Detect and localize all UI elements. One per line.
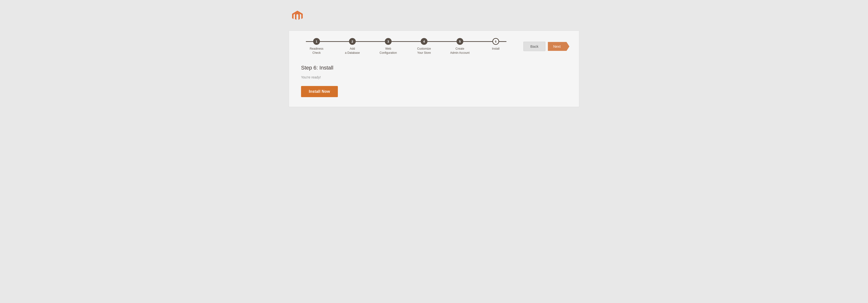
step-circle-2: 2 xyxy=(349,38,356,45)
content-area: Step 6: Install You're ready! Install No… xyxy=(299,65,569,97)
step-label-2: Adda Database xyxy=(345,47,360,55)
next-button[interactable]: Next xyxy=(548,42,569,51)
step-label-4: CustomizeYour Store xyxy=(417,47,431,55)
step-circle-6: 6 xyxy=(492,38,499,45)
main-card: 1 ReadinessCheck 2 Adda Database 3 WebCo… xyxy=(289,31,579,107)
step-heading: Step 6: Install xyxy=(301,65,569,71)
magento-logo xyxy=(291,10,304,22)
step-label-6: Install xyxy=(492,47,499,51)
nav-buttons: Back Next xyxy=(523,42,569,51)
step-circle-1: 1 xyxy=(313,38,320,45)
step-label-5: CreateAdmin Account xyxy=(450,47,470,55)
step-item-1[interactable]: 1 ReadinessCheck xyxy=(299,38,335,55)
page-wrapper: 1 ReadinessCheck 2 Adda Database 3 WebCo… xyxy=(289,10,579,107)
step-label-3: WebConfiguration xyxy=(379,47,397,55)
step-item-2[interactable]: 2 Adda Database xyxy=(335,38,370,55)
step-circle-4: 4 xyxy=(421,38,428,45)
install-now-button[interactable]: Install Now xyxy=(301,86,338,97)
step-label-1: ReadinessCheck xyxy=(310,47,323,55)
ready-text: You're ready! xyxy=(301,75,569,79)
step-circle-3: 3 xyxy=(385,38,392,45)
step-item-4[interactable]: 4 CustomizeYour Store xyxy=(406,38,442,55)
stepper-row: 1 ReadinessCheck 2 Adda Database 3 WebCo… xyxy=(299,38,569,55)
step-item-5[interactable]: 5 CreateAdmin Account xyxy=(442,38,478,55)
logo-area xyxy=(289,10,579,23)
back-button[interactable]: Back xyxy=(523,42,546,51)
stepper: 1 ReadinessCheck 2 Adda Database 3 WebCo… xyxy=(299,38,514,55)
step-item-3[interactable]: 3 WebConfiguration xyxy=(370,38,406,55)
step-circle-5: 5 xyxy=(457,38,463,45)
step-item-6[interactable]: 6 Install xyxy=(478,38,514,51)
